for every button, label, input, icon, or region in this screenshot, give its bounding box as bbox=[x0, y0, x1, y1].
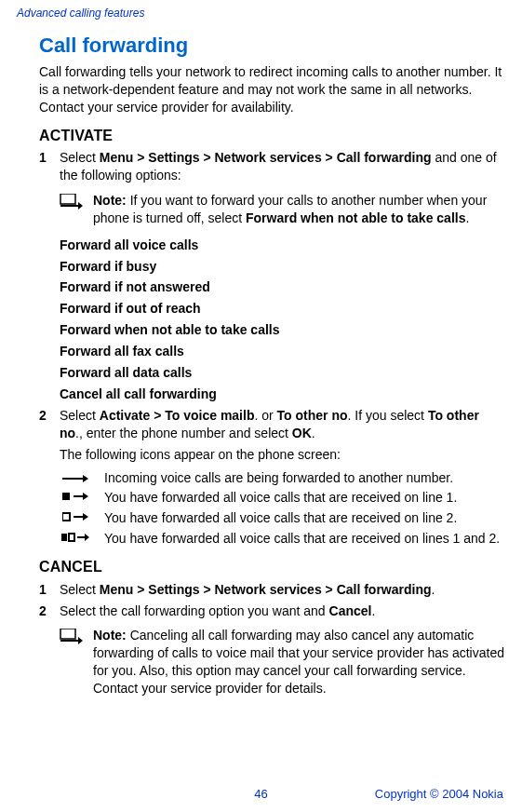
note-icon bbox=[60, 194, 84, 215]
icon-row: You have forwarded all voice calls that … bbox=[60, 530, 505, 548]
forward-options-list: Forward all voice calls Forward if busy … bbox=[17, 237, 505, 403]
icon-description: Incoming voice calls are being forwarded… bbox=[104, 469, 505, 487]
activate-step-2: 2 Select Activate > To voice mailb. or T… bbox=[39, 407, 505, 442]
icon-description: You have forwarded all voice calls that … bbox=[104, 489, 505, 507]
text: . bbox=[432, 582, 435, 597]
svg-marker-15 bbox=[60, 637, 83, 644]
activate-note: Note: If you want to forward your calls … bbox=[60, 192, 505, 227]
forward-option: Cancel all call forwarding bbox=[60, 386, 505, 403]
svg-marker-1 bbox=[60, 202, 83, 210]
page-header: Advanced calling features bbox=[17, 6, 505, 20]
note-label: Note: bbox=[93, 628, 127, 643]
icon-description: You have forwarded all voice calls that … bbox=[104, 509, 505, 527]
forward-option: Forward all voice calls bbox=[60, 237, 505, 254]
step-number: 1 bbox=[39, 581, 60, 599]
text: ., enter the phone number and select bbox=[75, 426, 292, 440]
cancel-step-1: 1 Select Menu > Settings > Network servi… bbox=[39, 581, 505, 599]
svg-rect-4 bbox=[62, 493, 70, 500]
step-body: Select Activate > To voice mailb. or To … bbox=[60, 407, 505, 442]
step-number: 2 bbox=[39, 407, 60, 442]
menu-path: Menu > Settings > Network services > Cal… bbox=[100, 582, 432, 597]
svg-rect-14 bbox=[60, 629, 75, 639]
svg-rect-7 bbox=[62, 513, 70, 521]
forward-arrow-icon bbox=[60, 469, 91, 487]
step-body: Select the call forwarding option you wa… bbox=[60, 602, 505, 620]
forward-line2-icon bbox=[60, 509, 91, 527]
text: . bbox=[312, 426, 315, 440]
forward-option: Forward if out of reach bbox=[60, 300, 505, 318]
text: Select the call forwarding option you wa… bbox=[60, 603, 329, 618]
text: Select bbox=[60, 582, 100, 597]
icon-row: You have forwarded all voice calls that … bbox=[60, 489, 505, 507]
activate-heading: ACTIVATE bbox=[39, 126, 505, 146]
cancel-note: Note: Canceling all call forwarding may … bbox=[60, 627, 505, 697]
menu-path: Menu > Settings > Network services > Cal… bbox=[100, 150, 432, 165]
step-body: Select Menu > Settings > Network service… bbox=[60, 149, 505, 184]
activate-step-1: 1 Select Menu > Settings > Network servi… bbox=[39, 149, 505, 184]
forward-line1-icon bbox=[60, 489, 91, 507]
icon-row: Incoming voice calls are being forwarded… bbox=[60, 469, 505, 487]
forward-option: Forward all data calls bbox=[60, 364, 505, 382]
forward-option: Forward all fax calls bbox=[60, 343, 505, 360]
icon-row: You have forwarded all voice calls that … bbox=[60, 509, 505, 527]
svg-marker-13 bbox=[85, 534, 89, 541]
svg-marker-9 bbox=[83, 513, 88, 521]
text: Select bbox=[60, 150, 100, 165]
svg-rect-0 bbox=[60, 194, 75, 204]
forward-option: Forward if not answered bbox=[60, 278, 505, 296]
svg-marker-6 bbox=[83, 493, 88, 500]
forward-option: Forward if busy bbox=[60, 258, 505, 276]
svg-rect-10 bbox=[61, 534, 67, 541]
intro-paragraph: Call forwarding tells your network to re… bbox=[39, 63, 505, 116]
menu-path: Activate > To voice mailb bbox=[100, 408, 255, 423]
option-name: Cancel bbox=[329, 603, 372, 618]
option-name: OK bbox=[292, 426, 312, 440]
step-number: 2 bbox=[39, 602, 60, 620]
section-title: Call forwarding bbox=[39, 32, 505, 60]
copyright: Copyright © 2004 Nokia bbox=[375, 786, 503, 803]
text: . bbox=[371, 603, 375, 618]
text: . bbox=[465, 210, 469, 225]
text: . If you select bbox=[348, 408, 428, 423]
text: Select bbox=[60, 408, 100, 423]
icon-description: You have forwarded all voice calls that … bbox=[104, 530, 505, 548]
step-body: Select Menu > Settings > Network service… bbox=[60, 581, 505, 599]
forward-option: Forward when not able to take calls bbox=[60, 321, 505, 339]
cancel-step-2: 2 Select the call forwarding option you … bbox=[39, 602, 505, 620]
text: . or bbox=[254, 408, 276, 423]
svg-marker-3 bbox=[83, 475, 88, 482]
option-name: To other no bbox=[277, 408, 348, 423]
note-label: Note: bbox=[93, 193, 127, 208]
note-text: Note: If you want to forward your calls … bbox=[93, 192, 505, 227]
note-text: Note: Canceling all call forwarding may … bbox=[93, 627, 505, 697]
step-number: 1 bbox=[39, 149, 60, 184]
svg-rect-11 bbox=[69, 534, 74, 541]
forward-lines-both-icon bbox=[60, 530, 91, 548]
icons-intro: The following icons appear on the phone … bbox=[60, 446, 505, 464]
cancel-heading: CANCEL bbox=[39, 557, 505, 577]
note-icon bbox=[60, 629, 84, 650]
text: Canceling all call forwarding may also c… bbox=[93, 628, 504, 696]
page-footer: 46 Copyright © 2004 Nokia bbox=[0, 786, 522, 803]
option-name: Forward when not able to take calls bbox=[246, 210, 466, 225]
